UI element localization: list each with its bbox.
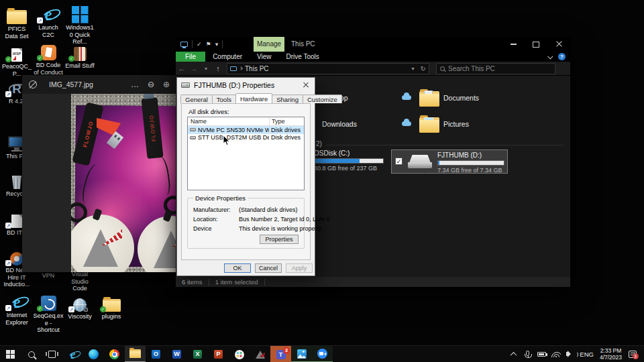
address-bar[interactable]: This PC ▾ ↻	[227, 63, 429, 74]
desktop-icon-launch-c2c[interactable]: e↗ Launch C2C	[33, 3, 64, 38]
taskbar-search-button[interactable]	[21, 346, 42, 362]
close-button[interactable]	[547, 37, 570, 52]
dialog-close-icon[interactable]	[300, 80, 312, 90]
taskbar-zoom[interactable]	[312, 346, 333, 362]
desktop-icon-viscosity[interactable]: ↗ Viscosity	[64, 292, 95, 320]
refresh-icon[interactable]: ↻	[421, 65, 426, 72]
tray-network[interactable]	[549, 346, 563, 362]
tab-file[interactable]: File	[176, 52, 205, 62]
tray-microphone[interactable]	[521, 346, 535, 362]
internet-explorer-icon: e	[70, 349, 76, 361]
taskbar-outlook[interactable]: O	[146, 346, 166, 362]
taskbar-slack[interactable]	[229, 346, 250, 362]
back-icon[interactable]: ←	[176, 64, 188, 72]
desktop-icon-windows10-quick-ref[interactable]: Windows10 Quick Ref...	[64, 3, 95, 46]
address-dropdown-icon[interactable]: ▾	[412, 66, 415, 72]
zoom-out-icon[interactable]: ⊖	[148, 80, 154, 88]
flag-icon[interactable]: ⚑	[206, 41, 211, 48]
clock[interactable]: 2:33 PM 4/7/2023	[596, 347, 625, 361]
minimize-button[interactable]	[502, 37, 525, 52]
tab-general[interactable]: General	[180, 95, 213, 103]
properties-button[interactable]: Properties	[260, 235, 299, 244]
maximize-button[interactable]	[525, 37, 547, 52]
notification-center-button[interactable]: 3	[625, 346, 639, 362]
zoom-in-icon[interactable]: ⊕	[163, 80, 170, 88]
drive-tile-osdisk[interactable]: OSDisk (C:) 80.8 GB free of 237 GB	[314, 149, 390, 174]
photo-canvas[interactable]: FLOWJO FLOWJO	[71, 94, 176, 272]
selection-checkbox[interactable]: ✓	[395, 158, 402, 165]
tab-drive-tools[interactable]: Drive Tools	[279, 52, 327, 62]
see-more-icon[interactable]: …	[131, 80, 139, 88]
start-button[interactable]	[0, 346, 21, 362]
device-properties-group: Device Properties Manufacturer:(Standard…	[187, 198, 305, 249]
taskbar-flowjo[interactable]	[250, 346, 270, 362]
drive-usage-bar	[437, 160, 504, 166]
tab-tools[interactable]: Tools	[212, 95, 236, 103]
column-name[interactable]: Name	[188, 117, 269, 125]
recent-locations-icon[interactable]: ▾	[200, 66, 212, 72]
disk-icon	[190, 128, 196, 131]
battery-icon	[537, 352, 546, 357]
disk-drives-list[interactable]: Name Type NVMe PC SN530 NVMe WDC 256GB D…	[187, 117, 305, 190]
taskbar-photos[interactable]	[291, 346, 312, 362]
desktop-icon-email-stuff[interactable]: ✓ Email Stuff	[64, 41, 95, 70]
desktop-icon-plugins[interactable]: ✓ plugins	[96, 292, 127, 320]
tray-volume[interactable]	[563, 346, 577, 362]
help-icon[interactable]: ?	[558, 53, 566, 60]
tray-battery[interactable]	[535, 346, 549, 362]
taskbar-excel[interactable]: X	[187, 346, 208, 362]
language-indicator[interactable]: ENG	[577, 351, 596, 358]
disk-icon	[190, 136, 196, 139]
cancel-button[interactable]: Cancel	[255, 263, 282, 273]
computer-icon[interactable]	[180, 42, 188, 47]
documents-folder-icon[interactable]	[419, 91, 439, 107]
tab-computer[interactable]: Computer	[205, 52, 250, 62]
desktop-icon-bd-code-of-conduct[interactable]: ✓ BD Code of Conduct	[33, 40, 64, 76]
desktop-icon-peacoqc[interactable]: WSP✓ PeacoQC_P...	[1, 42, 32, 77]
list-row-nvme[interactable]: NVMe PC SN530 NVMe WDC 256GB Disk drives	[188, 126, 304, 134]
taskbar-edge[interactable]	[83, 346, 104, 362]
tab-customize[interactable]: Customize	[303, 95, 342, 103]
apply-button[interactable]: Apply	[286, 263, 313, 273]
list-header[interactable]: Name Type	[188, 117, 304, 126]
search-box[interactable]: Search This PC	[436, 63, 555, 74]
task-view-icon	[48, 351, 56, 358]
explorer-title-bar[interactable]: ✓ ⚑ ▾ Manage This PC	[176, 37, 570, 52]
column-type[interactable]: Type	[269, 117, 304, 125]
manage-contextual-tab[interactable]: Manage	[254, 37, 284, 52]
folder-item-downloads[interactable]: Downloads	[322, 120, 357, 128]
desktop-icon-seqgeq[interactable]: ✓ SeqGeq.exe - Shortcut	[33, 291, 64, 334]
properties-check-icon[interactable]: ✓	[197, 41, 202, 48]
folder-item-pictures[interactable]: Pictures	[443, 120, 469, 128]
desktop-icon-pfics-data-set[interactable]: PFICS Data Set	[1, 4, 32, 40]
ok-button[interactable]: OK	[224, 263, 251, 273]
photo-filename: IMG_4577.jpg	[49, 80, 93, 88]
taskbar-teams[interactable]: T 3	[270, 346, 291, 362]
field-manufacturer: Manufacturer:(Standard disk drives)	[193, 206, 231, 213]
forward-icon[interactable]: →	[188, 64, 200, 72]
up-icon[interactable]: ↑	[212, 64, 224, 72]
list-row-usb[interactable]: STT USB_DST2M USB Device Disk drives	[188, 134, 304, 142]
tab-sharing[interactable]: Sharing	[272, 95, 303, 103]
tray-expand-button[interactable]	[506, 346, 521, 362]
dialog-title-bar[interactable]: FJTHUMB (D:) Properties	[177, 78, 315, 92]
tab-view[interactable]: View	[250, 52, 279, 62]
pictures-folder-icon[interactable]	[419, 117, 439, 133]
photos-title-bar[interactable]: IMG_4577.jpg … ⊖ ⊕	[22, 75, 176, 94]
taskbar-file-explorer[interactable]	[125, 346, 146, 362]
taskbar-chrome[interactable]	[104, 346, 125, 362]
qat-dropdown-icon[interactable]: ▾	[215, 41, 219, 48]
ribbon-collapse-icon[interactable]	[547, 54, 553, 59]
taskbar-internet-explorer[interactable]: e	[62, 346, 83, 362]
breadcrumb[interactable]: This PC	[245, 65, 269, 72]
tab-hardware[interactable]: Hardware	[235, 93, 272, 103]
taskbar-word[interactable]: W	[166, 346, 187, 362]
taskbar-powerpoint[interactable]: P	[208, 346, 229, 362]
drive-tile-fjthumb[interactable]: ✓ FJTHUMB (D:) 7.34 GB free of 7.34 GB	[391, 149, 508, 174]
flowjo-icon	[256, 351, 265, 359]
field-location: Location:Bus Number 2, Target Id 0, LUN …	[193, 216, 218, 223]
desktop-icon-internet-explorer[interactable]: e↗ Internet Explorer	[1, 290, 32, 326]
task-view-button[interactable]	[42, 346, 62, 362]
word-icon: W	[172, 350, 182, 359]
folder-item-documents[interactable]: Documents	[443, 94, 479, 102]
